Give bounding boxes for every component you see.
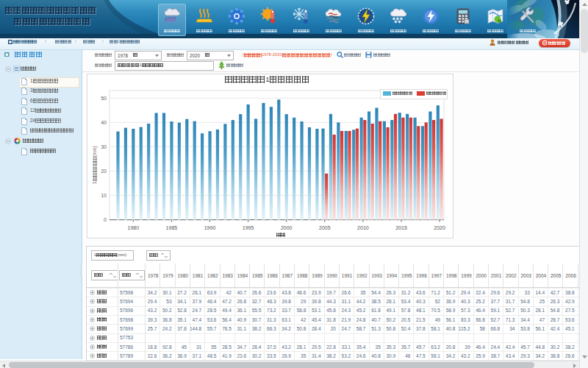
svg-text:1990: 1990 xyxy=(204,225,216,230)
svg-text:1995: 1995 xyxy=(243,225,254,230)
svg-text:50: 50 xyxy=(101,96,107,101)
svg-text:2020: 2020 xyxy=(434,225,445,230)
svg-text:2010: 2010 xyxy=(357,225,369,230)
svg-text:40: 40 xyxy=(101,120,107,125)
svg-text:2005: 2005 xyxy=(319,225,331,230)
svg-text:10: 10 xyxy=(101,193,107,198)
svg-text:1980: 1980 xyxy=(128,225,140,230)
svg-text:2000: 2000 xyxy=(281,225,293,230)
svg-text:2015: 2015 xyxy=(395,225,407,230)
svg-text:0: 0 xyxy=(104,217,107,222)
svg-text:1985: 1985 xyxy=(166,225,178,230)
